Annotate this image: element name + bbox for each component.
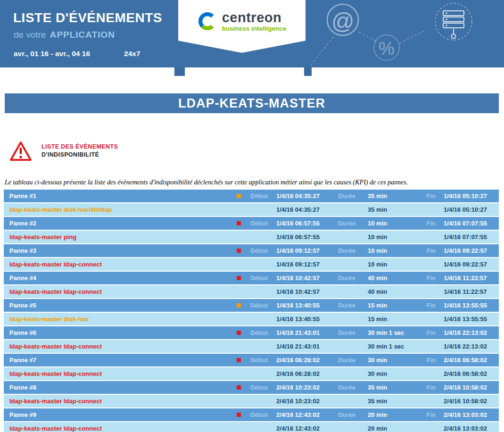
event-start: 1/4/16 21:43:01 [268, 329, 328, 336]
event-duration-label: Durée [328, 329, 355, 336]
kpi-end: 1/4/16 09:22:57 [436, 261, 495, 268]
severity-square [237, 194, 241, 198]
warning-triangle-icon [8, 140, 33, 163]
event-duration-label: Durée [328, 274, 355, 282]
severity-cell [237, 358, 246, 362]
kpi-row: ldap-keats-master ldap-connect 2/4/16 12… [4, 422, 499, 432]
event-end: 1/4/16 05:10:27 [436, 192, 495, 199]
event-header-row: Panne #3 Début 1/4/16 09:12:57 Durée 10 … [4, 244, 499, 257]
event-start: 1/4/16 13:40:55 [268, 302, 328, 309]
kpi-end: 2/4/16 13:03:02 [436, 425, 495, 432]
event-end: 2/4/16 13:03:02 [436, 411, 495, 418]
event-start-label: Début [246, 384, 268, 391]
event-duration-label: Durée [328, 411, 355, 418]
event-header-row: Panne #9 Début 2/4/16 12:43:02 Durée 20 … [4, 408, 499, 421]
logo-subtext: business intelligence [222, 25, 287, 32]
kpi-end: 1/4/16 05:10:27 [436, 206, 495, 213]
events-table: Panne #1 Début 1/4/16 04:35:27 Durée 35 … [4, 190, 499, 432]
kpi-name: ldap-keats-master ldap-connect [9, 343, 237, 350]
event-name: Panne #1 [9, 192, 237, 199]
event-end: 1/4/16 07:07:55 [436, 220, 495, 227]
kpi-name: ldap-keats-master disk-/var/lib/ldap [9, 206, 237, 213]
kpi-duration: 10 min [355, 261, 419, 268]
event-start-label: Début [246, 192, 268, 199]
severity-square [237, 331, 241, 335]
event-name: Panne #2 [9, 220, 237, 227]
event-start: 1/4/16 06:57:55 [268, 220, 328, 227]
event-duration-label: Durée [328, 357, 355, 364]
event-name: Panne #8 [9, 384, 237, 391]
event-start: 2/4/16 10:23:02 [268, 384, 328, 391]
application-title-bar: LDAP-KEATS-MASTER [5, 93, 499, 113]
event-start-label: Début [246, 247, 268, 254]
severity-cell [237, 303, 246, 307]
event-start-label: Début [246, 357, 268, 364]
event-end: 2/4/16 10:58:02 [436, 384, 495, 391]
event-duration: 10 min [355, 220, 419, 227]
kpi-row: ldap-keats-master ldap-connect 2/4/16 10… [4, 395, 499, 407]
event-duration-label: Durée [328, 247, 355, 254]
severity-cell [237, 385, 246, 390]
kpi-start: 2/4/16 12:43:02 [268, 425, 328, 432]
events-heading-line1: LISTE DES ÉVÉNEMENTS [41, 143, 118, 150]
kpi-duration: 35 min [355, 206, 419, 213]
event-duration: 35 min [355, 384, 419, 391]
kpi-end: 2/4/16 06:58:02 [436, 370, 495, 377]
kpi-duration: 35 min [355, 398, 419, 405]
event-header-row: Panne #4 Début 1/4/16 10:42:57 Durée 40 … [4, 272, 499, 284]
event-header-row: Panne #2 Début 1/4/16 06:57:55 Durée 10 … [4, 217, 499, 230]
event-end: 2/4/16 06:58:02 [436, 357, 495, 364]
severity-square [237, 413, 241, 417]
event-end: 1/4/16 13:55:55 [436, 302, 495, 309]
kpi-end: 1/4/16 11:22:57 [436, 288, 495, 295]
kpi-name: ldap-keats-master ldap-connect [9, 425, 237, 432]
kpi-start: 2/4/16 06:28:02 [268, 370, 328, 377]
subtitle-application: APPLICATION [50, 30, 115, 40]
severity-cell [237, 194, 246, 198]
event-end: 1/4/16 11:22:57 [436, 274, 495, 282]
event-header-row: Panne #1 Début 1/4/16 04:35:27 Durée 35 … [4, 190, 499, 202]
event-duration-label: Durée [328, 220, 355, 227]
event-duration: 30 min 1 sec [355, 329, 419, 336]
event-duration: 35 min [355, 192, 419, 199]
events-heading-line2: D'INDISPONIBILITÉ [41, 151, 118, 158]
application-name: LDAP-KEATS-MASTER [178, 96, 325, 111]
event-end: 1/4/16 22:13:02 [436, 329, 495, 336]
kpi-start: 1/4/16 06:57:55 [268, 233, 328, 241]
ribbon-tail-left [174, 67, 185, 76]
severity-cell [237, 249, 246, 253]
severity-square [237, 249, 241, 253]
event-end-label: Fin [419, 411, 436, 418]
kpi-row: ldap-keats-master disk-/var 1/4/16 13:40… [4, 313, 499, 325]
kpi-end: 2/4/16 10:58:02 [436, 398, 495, 405]
severity-square [237, 276, 241, 280]
kpi-row: ldap-keats-master ping 1/4/16 06:57:55 1… [4, 231, 499, 243]
kpi-end: 1/4/16 22:13:02 [436, 343, 495, 350]
kpi-name: ldap-keats-master ldap-connect [9, 288, 237, 295]
event-start: 1/4/16 04:35:27 [268, 192, 328, 199]
event-duration: 20 min [355, 411, 419, 418]
event-header-row: Panne #8 Début 2/4/16 10:23:02 Durée 35 … [4, 381, 499, 394]
kpi-name: ldap-keats-master ldap-connect [9, 398, 237, 405]
event-start-label: Début [246, 411, 268, 418]
kpi-name: ldap-keats-master ping [9, 233, 237, 241]
severity-cell [237, 276, 246, 280]
kpi-duration: 30 min 1 sec [355, 343, 419, 350]
kpi-row: ldap-keats-master ldap-connect 1/4/16 09… [4, 258, 499, 271]
severity-square [237, 303, 241, 307]
event-end-label: Fin [419, 247, 436, 254]
event-end-label: Fin [419, 384, 436, 391]
event-start: 1/4/16 09:12:57 [268, 247, 328, 254]
unavailability-heading: LISTE DES ÉVÉNEMENTS D'INDISPONIBILITÉ [8, 140, 504, 163]
severity-square [237, 221, 241, 225]
event-name: Panne #4 [9, 274, 237, 282]
event-duration: 15 min [355, 302, 419, 309]
kpi-start: 1/4/16 09:12:57 [268, 261, 328, 268]
subtitle-prefix: de votre [14, 30, 46, 40]
event-start-label: Début [246, 302, 268, 309]
kpi-end: 1/4/16 07:07:55 [436, 233, 495, 241]
kpi-duration: 40 min [355, 288, 419, 295]
event-header-row: Panne #7 Début 2/4/16 06:28:02 Durée 30 … [4, 354, 499, 366]
kpi-row: ldap-keats-master disk-/var/lib/ldap 1/4… [4, 203, 499, 216]
event-end-label: Fin [419, 274, 436, 282]
